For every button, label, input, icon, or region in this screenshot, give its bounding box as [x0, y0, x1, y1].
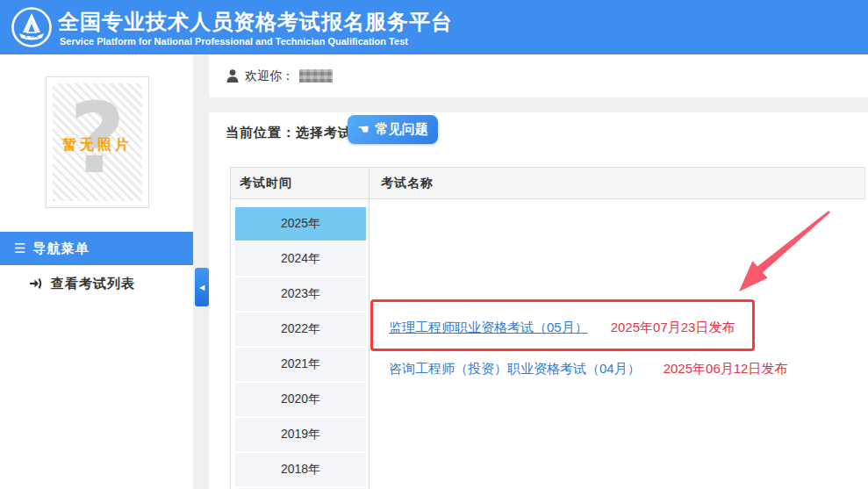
year-item-2021[interactable]: 2021年 — [235, 348, 366, 381]
sidebar-item-exam-list[interactable]: 查看考试列表 — [0, 265, 193, 302]
table-column-divider — [369, 167, 369, 489]
photo-placeholder: ? 暂无照片 — [46, 76, 149, 208]
sidebar-item-label: 查看考试列表 — [51, 276, 135, 292]
sidebar: ? 暂无照片 ☰ 导航菜单 查看考试列表 — [0, 54, 193, 489]
breadcrumb-row: 当前位置：选择考试 ☚ 常见问题 — [209, 112, 868, 156]
breadcrumb: 当前位置：选择考试 — [226, 125, 352, 141]
table-left-border — [230, 199, 231, 489]
annotation-arrow-icon — [727, 205, 832, 297]
year-item-2018[interactable]: 2018年 — [235, 453, 366, 486]
year-label: 2022年 — [281, 321, 320, 337]
page-title: 全国专业技术人员资格考试报名服务平台 — [58, 8, 453, 36]
pointing-hand-icon: ☚ — [357, 121, 369, 137]
nav-menu-label: 导航菜单 — [32, 241, 89, 257]
exam-registration-page: PTA 全国专业技术人员资格考试报名服务平台 Service Platform … — [0, 0, 868, 489]
sidebar-collapse-handle[interactable]: ◀ — [195, 268, 209, 306]
year-label: 2019年 — [281, 427, 320, 442]
column-header-exam-time: 考试时间 — [240, 176, 292, 191]
year-list: 2025年 2024年 2023年 2022年 2021年 2020年 2019… — [235, 207, 366, 489]
welcome-label: 欢迎你： — [245, 68, 294, 84]
no-photo-label: 暂无照片 — [53, 136, 142, 155]
faq-button-label: 常见问题 — [376, 121, 428, 138]
collapse-triangle-icon: ◀ — [199, 284, 204, 291]
year-label: 2023年 — [281, 286, 320, 302]
year-item-2022[interactable]: 2022年 — [235, 313, 366, 346]
year-item-2023[interactable]: 2023年 — [235, 277, 366, 311]
exam-publish-date: 2025年06月12日发布 — [664, 361, 788, 376]
year-label: 2018年 — [281, 462, 320, 478]
hamburger-icon: ☰ — [14, 241, 25, 256]
nav-menu-header: ☰ 导航菜单 — [0, 232, 193, 265]
divider-strip — [209, 97, 868, 112]
exam-row: 咨询工程师（投资）职业资格考试（04月）2025年06月12日发布 — [389, 361, 787, 378]
welcome-bar: 欢迎你： — [209, 54, 868, 97]
exam-row: 监理工程师职业资格考试（05月）2025年07月23日发布 — [389, 320, 735, 336]
photo-stripes: ? 暂无照片 — [53, 83, 142, 201]
pta-logo-icon: PTA — [11, 6, 53, 48]
year-label: 2020年 — [281, 392, 320, 407]
faq-button[interactable]: ☚ 常见问题 — [348, 115, 438, 144]
main-content: 欢迎你： 当前位置：选择考试 ☚ 常见问题 考试时间 考试名称 2025年 20… — [209, 54, 868, 489]
year-item-2024[interactable]: 2024年 — [235, 242, 366, 276]
page-subtitle: Service Platform for National Profession… — [60, 36, 408, 47]
exam-link-consulting-engineer[interactable]: 咨询工程师（投资）职业资格考试（04月） — [389, 361, 641, 376]
year-item-2025[interactable]: 2025年 — [235, 207, 366, 241]
year-item-2019[interactable]: 2019年 — [235, 418, 366, 451]
year-item-2020[interactable]: 2020年 — [235, 383, 366, 416]
svg-text:PTA: PTA — [25, 32, 39, 40]
year-label: 2021年 — [281, 356, 320, 372]
year-label: 2024年 — [281, 251, 320, 267]
year-label: 2025年 — [281, 216, 320, 232]
table-header-row: 考试时间 考试名称 — [230, 167, 865, 199]
app-header: PTA 全国专业技术人员资格考试报名服务平台 Service Platform … — [0, 0, 868, 54]
exam-publish-date: 2025年07月23日发布 — [611, 320, 735, 334]
exam-link-supervision-engineer[interactable]: 监理工程师职业资格考试（05月） — [389, 320, 588, 334]
enter-arrow-icon — [29, 277, 43, 290]
masked-username — [299, 69, 333, 83]
user-icon — [226, 69, 239, 83]
column-header-exam-name: 考试名称 — [381, 176, 434, 191]
